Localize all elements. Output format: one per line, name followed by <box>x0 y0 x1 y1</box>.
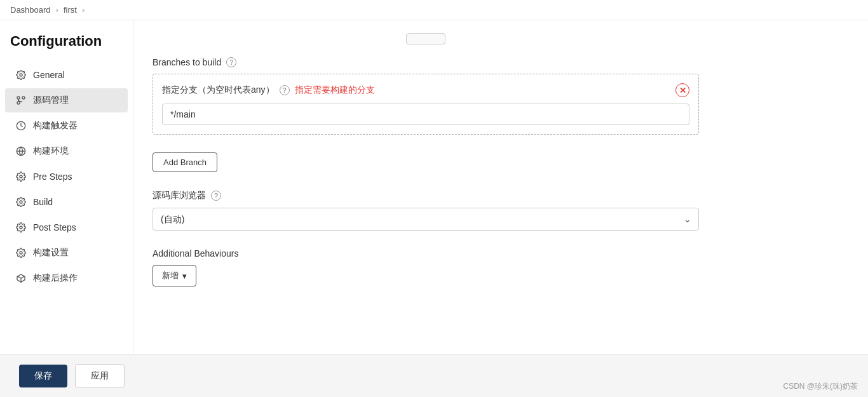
new-add-button[interactable]: 新增 ▾ <box>153 265 196 286</box>
source-browser-help-icon[interactable]: ? <box>211 191 221 201</box>
branch-input-label-text: 指定分支（为空时代表any） <box>162 84 275 96</box>
fork-icon <box>15 95 27 106</box>
apply-button[interactable]: 应用 <box>75 364 125 388</box>
gear-icon-general <box>15 69 27 81</box>
svg-point-3 <box>22 97 25 99</box>
cube-icon <box>15 273 27 284</box>
sidebar-item-label-poststeps: Post Steps <box>33 222 76 232</box>
dropdown-arrow-icon: ▾ <box>182 271 187 281</box>
sidebar-item-general[interactable]: General <box>5 63 128 87</box>
sidebar-item-label-general: General <box>33 70 65 80</box>
sidebar-item-label-presteps: Pre Steps <box>33 172 72 182</box>
branches-section: Branches to build ? 指定分支（为空时代表any） ? 指定需… <box>153 57 699 135</box>
svg-point-2 <box>17 97 20 99</box>
add-branch-section: Add Branch <box>153 152 699 172</box>
add-branch-button[interactable]: Add Branch <box>153 152 217 172</box>
branches-help-icon[interactable]: ? <box>226 57 236 67</box>
additional-behaviours-section: Additional Behaviours 新增 ▾ <box>153 248 699 286</box>
gear-icon-poststeps <box>15 222 27 233</box>
sidebar-item-buildsettings[interactable]: 构建设置 <box>5 241 128 265</box>
sidebar: Configuration General 源码管理 构建触发器 构建环境 <box>0 20 133 354</box>
breadcrumb-chevron-1: › <box>56 5 58 15</box>
branch-box-header: 指定分支（为空时代表any） ? 指定需要构建的分支 ✕ <box>162 83 689 97</box>
branch-input[interactable] <box>162 104 689 125</box>
breadcrumb-dashboard[interactable]: Dashboard <box>10 5 51 15</box>
new-add-label: 新增 <box>162 270 179 281</box>
svg-point-7 <box>20 175 22 178</box>
source-browser-section: 源码库浏览器 ? (自动) ⌄ <box>153 190 699 231</box>
sidebar-item-source[interactable]: 源码管理 <box>5 88 128 112</box>
source-browser-select[interactable]: (自动) <box>153 208 699 231</box>
sidebar-item-postbuild[interactable]: 构建后操作 <box>5 266 128 290</box>
sidebar-item-label-source: 源码管理 <box>33 95 69 106</box>
sidebar-item-env[interactable]: 构建环境 <box>5 139 128 163</box>
branches-label: Branches to build ? <box>153 57 699 67</box>
breadcrumb-first[interactable]: first <box>64 5 77 15</box>
gear-icon-buildsettings <box>15 247 27 259</box>
additional-label: Additional Behaviours <box>153 248 699 259</box>
branch-tooltip-text: 指定需要构建的分支 <box>295 84 375 96</box>
gear-icon-presteps <box>15 171 27 182</box>
collapsed-button[interactable] <box>406 33 445 44</box>
breadcrumb-chevron-2: › <box>82 5 85 15</box>
sidebar-item-label-buildsettings: 构建设置 <box>33 247 69 259</box>
globe-icon <box>15 145 27 157</box>
branch-input-label-group: 指定分支（为空时代表any） ? 指定需要构建的分支 <box>162 84 375 96</box>
save-button[interactable]: 保存 <box>19 365 67 387</box>
clock-icon <box>15 120 27 131</box>
svg-point-8 <box>20 201 22 203</box>
sidebar-item-label-env: 构建环境 <box>33 145 69 157</box>
sidebar-item-trigger[interactable]: 构建触发器 <box>5 114 128 138</box>
footer-bar: 保存 应用 <box>0 354 868 397</box>
branch-dashed-box: 指定分支（为空时代表any） ? 指定需要构建的分支 ✕ <box>153 74 699 135</box>
gear-icon-build <box>15 196 27 208</box>
content-area: Branches to build ? 指定分支（为空时代表any） ? 指定需… <box>133 20 868 354</box>
sidebar-item-build[interactable]: Build <box>5 190 128 214</box>
breadcrumb: Dashboard › first › <box>0 0 868 20</box>
sidebar-item-poststeps[interactable]: Post Steps <box>5 215 128 239</box>
source-browser-select-wrapper: (自动) ⌄ <box>153 208 699 231</box>
sidebar-item-presteps[interactable]: Pre Steps <box>5 165 128 189</box>
top-button-area <box>153 33 699 44</box>
svg-point-1 <box>17 102 20 104</box>
source-browser-label: 源码库浏览器 ? <box>153 190 699 201</box>
sidebar-item-label-postbuild: 构建后操作 <box>33 273 78 284</box>
svg-point-10 <box>20 252 22 254</box>
sidebar-title: Configuration <box>0 33 133 62</box>
svg-point-9 <box>20 226 22 229</box>
branch-input-help-icon[interactable]: ? <box>280 85 290 95</box>
branch-close-button[interactable]: ✕ <box>675 83 689 97</box>
watermark: CSDN @珍朱(珠)奶茶 <box>783 381 858 392</box>
sidebar-item-label-trigger: 构建触发器 <box>33 120 78 131</box>
sidebar-item-label-build: Build <box>33 197 53 207</box>
svg-point-0 <box>20 74 22 76</box>
